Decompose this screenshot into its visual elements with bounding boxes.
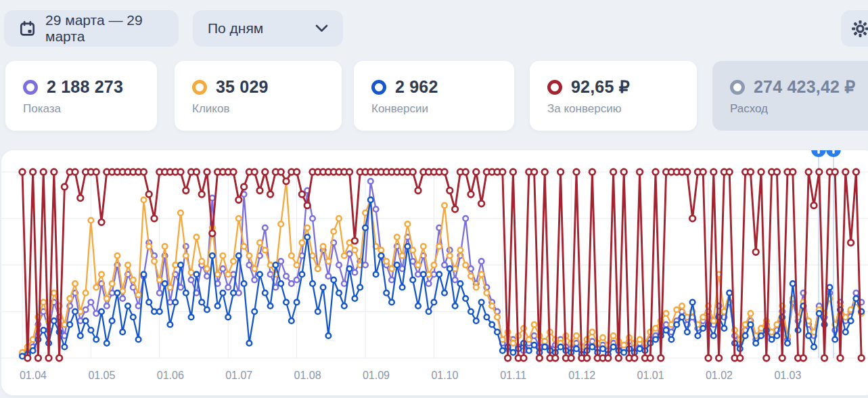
granularity-label: По дням (208, 20, 263, 37)
metric-card-clicks[interactable]: 35 029 Кликов (175, 61, 342, 131)
impressions-value: 2 188 273 (47, 77, 123, 97)
metric-card-cost-per-conversion[interactable]: 92,65 ₽ За конверсию (530, 61, 697, 131)
x-tick-label: 01.12 (568, 370, 595, 381)
x-tick-label: 01.05 (88, 370, 115, 381)
cost-per-conversion-ring-icon (547, 80, 562, 95)
x-tick-label: 01.02 (706, 370, 733, 381)
spend-value: 274 423,42 ₽ (754, 77, 855, 97)
x-tick-label: 01.01 (637, 370, 664, 381)
cost-per-conversion-label: За конверсию (547, 102, 697, 116)
clicks-value: 35 029 (216, 77, 269, 97)
granularity-dropdown[interactable]: По дням (193, 10, 343, 47)
clicks-ring-icon (192, 80, 207, 95)
metric-card-conversions[interactable]: 2 962 Конверсии (354, 61, 514, 131)
x-tick-label: 01.10 (431, 370, 458, 381)
conversions-value: 2 962 (395, 77, 438, 97)
conversions-ring-icon (371, 80, 386, 95)
x-tick-label: 01.07 (225, 370, 252, 381)
x-tick-label: 01.04 (20, 370, 47, 381)
chevron-down-icon (315, 24, 328, 32)
x-tick-label: 01.11 (500, 370, 526, 381)
cost-per-conversion-value: 92,65 ₽ (571, 77, 630, 97)
impressions-label: Показа (23, 102, 157, 116)
impressions-ring-icon (23, 80, 38, 95)
gear-icon (851, 20, 868, 38)
calendar-icon (19, 20, 36, 37)
x-tick-label: 01.03 (774, 370, 801, 381)
settings-button[interactable] (841, 10, 868, 47)
x-tick-label: 01.06 (157, 370, 184, 381)
x-tick-label: 01.08 (294, 370, 321, 381)
conversions-label: Конверсии (371, 102, 514, 116)
date-range-button[interactable]: 29 марта — 29 марта (4, 10, 179, 47)
spend-label: Расход (730, 102, 868, 116)
metric-card-spend[interactable]: 274 423,42 ₽ Расход (712, 61, 868, 131)
traffic-chart[interactable]: 01.0401.0501.0601.0701.0801.0901.1001.11… (1, 150, 868, 387)
traffic-chart-card: 01.0401.0501.0601.0701.0801.0901.1001.11… (1, 150, 868, 395)
date-range-label: 29 марта — 29 марта (45, 12, 164, 45)
spend-ring-icon (730, 80, 745, 95)
clicks-label: Кликов (192, 102, 342, 116)
x-tick-label: 01.09 (363, 370, 390, 381)
metric-card-impressions[interactable]: 2 188 273 Показа (5, 61, 157, 131)
